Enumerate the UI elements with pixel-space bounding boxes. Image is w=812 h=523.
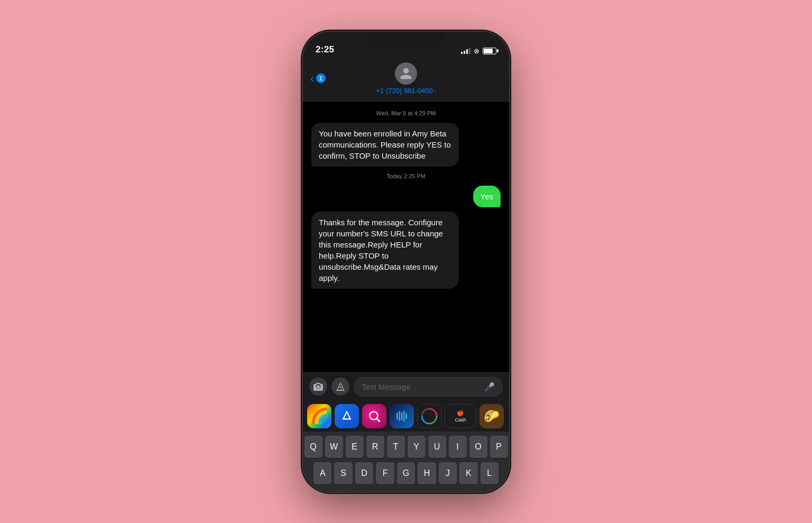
person-icon	[399, 67, 413, 80]
key-p[interactable]: P	[490, 436, 508, 458]
appstore-button[interactable]	[331, 378, 349, 396]
food-shortcut[interactable]: 🌮	[479, 404, 504, 428]
back-button[interactable]: ‹ 1	[310, 73, 326, 84]
key-d[interactable]: D	[355, 462, 373, 484]
back-badge: 1	[316, 74, 326, 83]
phone-frame: 2:25 ⊗ ‹ 1 +1 (720) 881-0450 ›	[303, 32, 509, 492]
avatar	[395, 62, 417, 85]
message-bubble-incoming-2[interactable]: Thanks for the message. Configure your n…	[311, 212, 459, 289]
key-a[interactable]: A	[313, 462, 331, 484]
key-e[interactable]: E	[346, 436, 364, 458]
svg-point-7	[421, 408, 438, 425]
app-shortcuts-row: 🌈	[303, 401, 509, 432]
contact-info[interactable]: +1 (720) 881-0450 ›	[376, 62, 436, 95]
phone-notch	[366, 32, 446, 47]
key-y[interactable]: Y	[408, 436, 426, 458]
contact-chevron-icon: ›	[434, 87, 436, 94]
activity-shortcut[interactable]	[417, 404, 441, 428]
date-divider-1: Wed, Mar 8 at 4:29 PM	[311, 110, 501, 116]
svg-rect-5	[403, 410, 404, 422]
status-time: 2:25	[316, 44, 334, 55]
wifi-icon: ⊗	[474, 47, 479, 55]
date-divider-2: Today 2:25 PM	[311, 173, 501, 179]
key-u[interactable]: U	[428, 436, 446, 458]
battery-fill	[484, 49, 493, 53]
key-k[interactable]: K	[459, 462, 477, 484]
message-bubble-outgoing-1[interactable]: Yes	[473, 186, 501, 207]
text-message-placeholder: Text Message	[362, 382, 411, 391]
mic-icon: 🎤	[484, 382, 495, 392]
key-w[interactable]: W	[325, 436, 343, 458]
navigation-bar: ‹ 1 +1 (720) 881-0450 ›	[303, 58, 509, 102]
globe-shortcut[interactable]	[362, 404, 386, 428]
text-input[interactable]: Text Message 🎤	[354, 377, 503, 397]
keyboard-row-1: Q W E R T Y U I O P	[305, 436, 507, 458]
signal-icon	[461, 48, 470, 54]
key-f[interactable]: F	[376, 462, 394, 484]
battery-icon	[483, 48, 496, 54]
key-o[interactable]: O	[469, 436, 487, 458]
svg-rect-6	[406, 413, 407, 419]
key-t[interactable]: T	[387, 436, 405, 458]
apple-cash-shortcut[interactable]: 🍎 Cash	[445, 404, 476, 428]
key-r[interactable]: R	[366, 436, 384, 458]
messages-area[interactable]: Wed, Mar 8 at 4:29 PM You have been enro…	[303, 102, 509, 372]
contact-number[interactable]: +1 (720) 881-0450 ›	[376, 87, 436, 95]
key-j[interactable]: J	[439, 462, 457, 484]
appstore-shortcut[interactable]	[335, 404, 359, 428]
input-bar: Text Message 🎤	[303, 372, 509, 401]
key-g[interactable]: G	[397, 462, 415, 484]
key-l[interactable]: L	[481, 462, 499, 484]
audio-shortcut[interactable]	[390, 404, 414, 428]
svg-rect-2	[396, 412, 398, 419]
svg-rect-4	[401, 412, 402, 420]
key-q[interactable]: Q	[304, 436, 322, 458]
camera-button[interactable]	[309, 378, 327, 396]
keyboard: Q W E R T Y U I O P A S D F G H J K L	[303, 432, 509, 492]
back-chevron-icon: ‹	[310, 73, 314, 84]
message-bubble-incoming-1[interactable]: You have been enrolled in Amy Beta commu…	[311, 123, 459, 167]
status-icons: ⊗	[461, 47, 496, 55]
key-i[interactable]: I	[449, 436, 467, 458]
keyboard-row-2: A S D F G H J K L	[305, 462, 507, 484]
svg-line-1	[376, 418, 379, 421]
key-h[interactable]: H	[418, 462, 436, 484]
photos-shortcut[interactable]: 🌈	[307, 404, 331, 428]
svg-rect-3	[399, 411, 400, 421]
key-s[interactable]: S	[334, 462, 352, 484]
